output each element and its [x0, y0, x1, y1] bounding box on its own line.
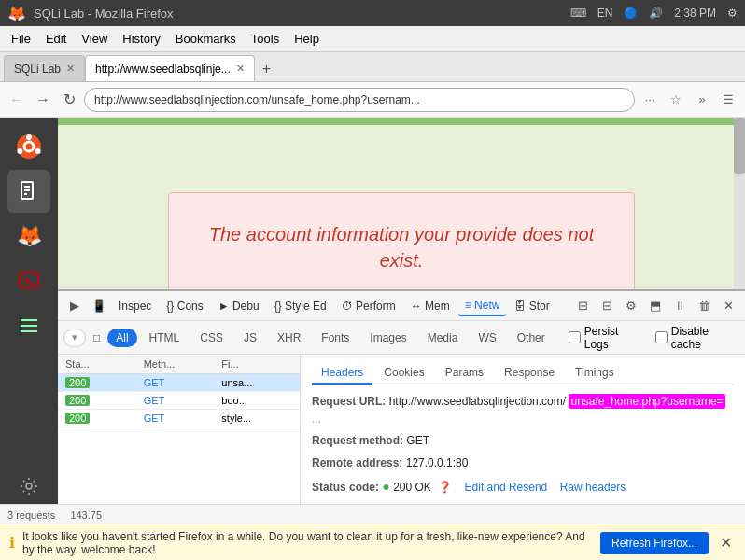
file-cell: style...	[218, 412, 296, 425]
menu-bookmarks[interactable]: Bookmarks	[168, 28, 244, 49]
tab-sqlilab[interactable]: SQLi Lab ✕	[4, 55, 85, 81]
devtools-trash-icon[interactable]: 🗑	[693, 295, 715, 317]
reload-button[interactable]: ↻	[58, 89, 80, 111]
bookmark-star-icon[interactable]: ☆	[665, 89, 687, 111]
back-button[interactable]: ←	[6, 89, 28, 111]
status-cell: 200	[62, 412, 140, 425]
sidebar-terminal-icon[interactable]	[7, 259, 50, 302]
forward-button[interactable]: →	[32, 89, 54, 111]
devtools-close-icon[interactable]: ✕	[717, 295, 739, 317]
detail-tab-params[interactable]: Params	[436, 362, 493, 385]
file-cell: boo...	[218, 394, 296, 407]
filter-tab-images[interactable]: Images	[361, 329, 415, 347]
devtools-tab-network[interactable]: ≡ Netw	[458, 296, 507, 316]
request-method-value: GET	[406, 434, 429, 447]
status-code-row: Status code: ● 200 OK ❓ Edit and Resend …	[312, 476, 734, 497]
notification-close-button[interactable]: ✕	[716, 534, 736, 552]
tab-label: http://www.seedlabsqlinje...	[95, 63, 231, 76]
col-file: Fi...	[218, 357, 296, 371]
detail-tab-headers[interactable]: Headers	[312, 362, 372, 385]
menu-file[interactable]: File	[4, 28, 38, 49]
devtools-tab-memory[interactable]: ↔ Mem	[404, 297, 457, 315]
transfer-size: 143.75	[70, 510, 102, 521]
tab-label: SQLi Lab	[14, 63, 61, 76]
window-title: SQLi Lab - Mozilla Firefox	[34, 7, 174, 21]
devtools-tab-styleeditor[interactable]: {} Style Ed	[268, 297, 333, 315]
svg-point-3	[35, 148, 41, 154]
requests-count: 3 requests	[7, 510, 55, 521]
menu-tools[interactable]: Tools	[244, 28, 287, 49]
request-method-row: Request method: GET	[312, 432, 734, 450]
export-btn[interactable]: □	[90, 329, 104, 346]
col-status: Sta...	[62, 357, 140, 371]
persist-logs-checkbox[interactable]	[569, 331, 581, 343]
url-input[interactable]	[84, 88, 635, 112]
tab-seedlabs[interactable]: http://www.seedlabsqlinje... ✕	[85, 55, 255, 81]
filter-tab-media[interactable]: Media	[419, 329, 467, 347]
menu-edit[interactable]: Edit	[38, 28, 74, 49]
menu-view[interactable]: View	[74, 28, 115, 49]
hamburger-menu-btn[interactable]: ☰	[717, 89, 739, 111]
detail-tab-timings[interactable]: Timings	[566, 362, 624, 385]
request-method-label: Request method:	[312, 434, 403, 447]
menu-bar: File Edit View History Bookmarks Tools H…	[0, 26, 745, 52]
scrollbar-thumb[interactable]	[734, 118, 745, 174]
devtools-tab-storage[interactable]: 🗄 Stor	[508, 297, 555, 315]
edit-and-resend-btn[interactable]: Edit and Resend	[465, 481, 548, 494]
address-bar: ← → ↻ ··· ☆ » ☰	[0, 82, 745, 118]
more-options-btn[interactable]: ···	[639, 89, 661, 111]
disable-cache-checkbox[interactable]	[655, 331, 668, 343]
bluetooth-icon: 🔵	[624, 7, 638, 20]
filter-tab-xhr[interactable]: XHR	[269, 329, 309, 347]
new-tab-button[interactable]: +	[255, 57, 278, 81]
filter-url-wrap: ▾	[63, 329, 86, 347]
filter-tab-css[interactable]: CSS	[191, 329, 232, 347]
filter-tab-js[interactable]: JS	[235, 329, 265, 347]
filter-tab-other[interactable]: Other	[509, 329, 554, 347]
sidebar-settings-icon[interactable]	[7, 465, 50, 508]
devtools-tab-debugger[interactable]: ► Debu	[212, 297, 266, 315]
devtools-pick-element[interactable]: ▶	[63, 295, 86, 317]
menu-help[interactable]: Help	[287, 28, 327, 49]
status-bar: 3 requests 143.75	[0, 504, 745, 525]
table-row[interactable]: 200 GET unsa...	[58, 374, 300, 392]
detail-tab-cookies[interactable]: Cookies	[374, 362, 433, 385]
table-row[interactable]: 200 GET boo...	[58, 392, 300, 410]
filter-tab-ws[interactable]: WS	[470, 329, 504, 347]
settings-icon[interactable]: ⚙	[727, 7, 738, 20]
devtools-tab-inspector[interactable]: Inspec	[112, 297, 158, 315]
devtools-settings-icon[interactable]: ⚙	[620, 295, 642, 317]
devtools-split-icon[interactable]: ⊟	[596, 295, 618, 317]
filter-tab-all[interactable]: All	[107, 329, 136, 347]
notification-text: It looks like you haven't started Firefo…	[22, 530, 593, 556]
refresh-firefox-button[interactable]: Refresh Firefox...	[600, 532, 709, 554]
sidebar-files-icon[interactable]	[7, 304, 50, 347]
tab-close-sqlilab[interactable]: ✕	[66, 63, 75, 75]
sidebar-document-icon[interactable]	[7, 170, 50, 213]
status-help-icon: ❓	[438, 481, 452, 494]
method-cell: GET	[140, 376, 218, 389]
sidebar-firefox-icon[interactable]: 🦊	[7, 215, 50, 258]
overflow-btn[interactable]: »	[691, 89, 713, 111]
filter-tab-fonts[interactable]: Fonts	[313, 329, 358, 347]
menu-history[interactable]: History	[115, 28, 167, 49]
devtools-dock-icon[interactable]: ⬒	[644, 295, 667, 317]
filter-icon: ▾	[72, 331, 77, 343]
devtools-tab-performance[interactable]: ⏱ Perform	[335, 297, 402, 315]
persist-logs-checkbox-label: Persist Logs	[569, 325, 644, 351]
filter-tab-html[interactable]: HTML	[141, 329, 189, 347]
devtools-tab-console[interactable]: {} Cons	[160, 297, 209, 315]
devtools-grid-icon[interactable]: ⊞	[571, 295, 594, 317]
svg-point-11	[26, 483, 32, 489]
clock: 2:38 PM	[674, 7, 716, 20]
detail-tab-response[interactable]: Response	[495, 362, 564, 385]
status-cell: 200	[62, 394, 140, 407]
sidebar-ubuntu-icon[interactable]	[7, 125, 50, 168]
raw-headers-btn[interactable]: Raw headers	[560, 481, 626, 494]
remote-address-label: Remote address:	[312, 456, 402, 469]
tab-close-seedlabs[interactable]: ✕	[236, 63, 245, 75]
table-row[interactable]: 200 GET style...	[58, 410, 300, 427]
remote-address-row: Remote address: 127.0.0.1:80	[312, 455, 734, 472]
devtools-mobile-icon[interactable]: 📱	[88, 295, 110, 317]
url-highlight: unsafe_home.php?username=	[569, 394, 724, 409]
